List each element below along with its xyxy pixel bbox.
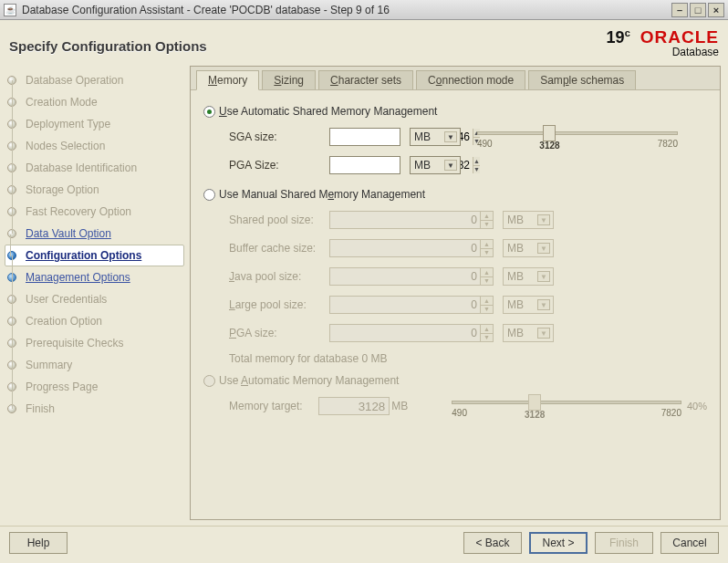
window-title: Database Configuration Assistant - Creat…	[22, 4, 671, 16]
buffer-cache-label: Buffer cache size:	[229, 242, 329, 255]
memory-target-input	[318, 397, 390, 415]
titlebar: ☕ Database Configuration Assistant - Cre…	[0, 0, 728, 20]
back-button[interactable]: < Back	[463, 532, 522, 554]
close-button[interactable]: ×	[708, 3, 724, 17]
sidebar-step-15: Finish	[26, 402, 55, 415]
brand-superscript: c	[625, 27, 630, 38]
sidebar-step-1: Creation Mode	[26, 96, 98, 109]
shared-pool-spinner: ▲▼	[329, 211, 494, 229]
large-pool-label: Large pool size:	[229, 298, 329, 311]
java-icon: ☕	[4, 4, 16, 16]
sidebar-step-3: Nodes Selection	[26, 140, 105, 152]
java-pool-spinner: ▲▼	[329, 267, 494, 286]
help-button[interactable]: Help	[9, 532, 68, 554]
main-panel: MemorySizingCharacter setsConnection mod…	[190, 66, 721, 520]
brand-oracle: ORACLE	[640, 27, 719, 47]
step-bullet-icon	[7, 404, 16, 413]
sidebar-step-11: Creation Option	[26, 315, 102, 328]
chevron-down-icon: ▼	[444, 131, 457, 142]
tabs: MemorySizingCharacter setsConnection mod…	[191, 67, 720, 90]
sidebar-step-7[interactable]: Data Vault Option	[26, 227, 111, 240]
amm-slider-max: 7820	[661, 408, 681, 418]
sga-label: SGA size:	[229, 130, 329, 143]
pga2-unit: MB▼	[503, 324, 554, 342]
sidebar-step-14: Progress Page	[26, 381, 98, 393]
tab-character-sets[interactable]: Character sets	[318, 70, 413, 89]
slider-thumb[interactable]	[543, 125, 556, 141]
pga-spinner[interactable]: ▲▼	[329, 156, 400, 174]
amm-slider: 3128	[452, 401, 681, 404]
java-pool-unit: MB▼	[503, 267, 554, 286]
radio-auto-memory-label: Use Automatic Memory Management	[219, 374, 399, 387]
shared-pool-unit: MB▼	[503, 211, 554, 229]
finish-button: Finish	[595, 532, 653, 554]
tab-sample-schemas[interactable]: Sample schemas	[528, 70, 636, 89]
memory-target-unit: MB	[391, 400, 408, 412]
sidebar-step-13: Summary	[26, 359, 72, 371]
radio-manual-shared-label[interactable]: Use Manual Shared Memory Management	[219, 188, 425, 201]
brand-version: 19	[607, 28, 625, 47]
slider-min: 490	[477, 139, 493, 149]
step-bullet-icon	[7, 229, 16, 238]
memory-slider[interactable]: 3128	[477, 131, 678, 135]
sga-unit-combo[interactable]: MB▼	[410, 128, 461, 146]
amm-slider-min: 490	[452, 408, 467, 418]
pga2-label: PGA size:	[229, 327, 329, 339]
sga-spinner[interactable]: ▲▼	[329, 128, 400, 146]
sidebar-step-10: User Credentials	[26, 293, 107, 306]
sidebar-step-9[interactable]: Management Options	[26, 271, 130, 284]
total-memory-text: Total memory for database 0 MB	[229, 352, 707, 365]
sidebar-step-0: Database Operation	[26, 74, 123, 87]
slider-max: 7820	[658, 139, 678, 149]
chevron-down-icon: ▼	[444, 160, 457, 171]
window-controls: – □ ×	[671, 3, 724, 17]
buffer-cache-spinner: ▲▼	[329, 239, 494, 257]
sidebar-step-2: Deployment Type	[26, 118, 110, 130]
radio-auto-memory	[203, 375, 215, 387]
page-title: Specify Configuration Options	[9, 27, 207, 54]
tab-connection-mode[interactable]: Connection mode	[416, 70, 525, 89]
memory-tab-body: Use Automatic Shared Memory Management S…	[191, 90, 720, 519]
amm-slider-thumb	[528, 394, 541, 411]
slider-current: 3128	[539, 141, 559, 151]
sidebar-step-12: Prerequisite Checks	[26, 337, 123, 349]
minimize-button[interactable]: –	[671, 3, 688, 17]
radio-auto-shared-label[interactable]: Use Automatic Shared Memory Management	[219, 105, 437, 118]
buffer-cache-unit: MB▼	[503, 239, 554, 257]
wizard-sidebar: Database OperationCreation ModeDeploymen…	[0, 66, 190, 526]
tab-memory[interactable]: Memory	[196, 70, 259, 90]
radio-manual-shared[interactable]	[203, 189, 215, 201]
pga2-spinner: ▲▼	[329, 324, 494, 342]
pga-down[interactable]: ▼	[473, 166, 480, 174]
brand-sub: Database	[607, 47, 719, 58]
next-button[interactable]: Next >	[529, 532, 588, 554]
maximize-button[interactable]: □	[690, 3, 706, 17]
cancel-button[interactable]: Cancel	[660, 532, 719, 554]
shared-pool-label: Shared pool size:	[229, 214, 329, 226]
sidebar-step-8[interactable]: Configuration Options	[26, 249, 141, 262]
pga-label: PGA Size:	[229, 159, 329, 172]
sidebar-step-4: Database Identification	[26, 162, 137, 174]
brand-block: 19c ORACLE Database	[607, 27, 719, 58]
tab-sizing[interactable]: Sizing	[262, 70, 316, 89]
pga-up[interactable]: ▲	[473, 157, 480, 166]
amm-slider-current: 3128	[525, 410, 545, 420]
pga-unit-combo[interactable]: MB▼	[410, 156, 461, 174]
sidebar-step-5: Storage Option	[26, 183, 99, 196]
sidebar-step-6: Fast Recovery Option	[26, 205, 131, 218]
java-pool-label: Java pool size:	[229, 270, 329, 283]
amm-percent: 40%	[687, 401, 707, 412]
memory-target-label: Memory target:	[229, 400, 313, 412]
wizard-footer: Help < Back Next > Finish Cancel	[0, 526, 728, 563]
large-pool-unit: MB▼	[503, 296, 554, 314]
large-pool-spinner: ▲▼	[329, 296, 494, 314]
radio-auto-shared[interactable]	[203, 106, 215, 118]
